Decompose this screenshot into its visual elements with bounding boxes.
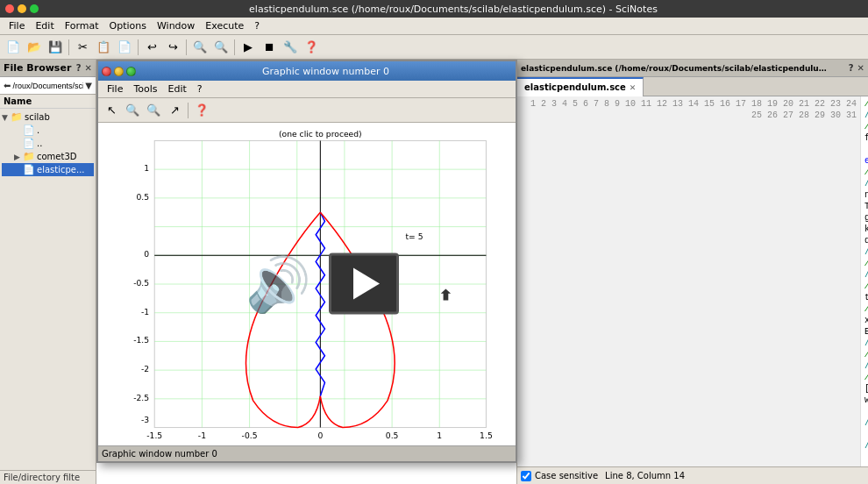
gw-menu-file[interactable]: File: [102, 82, 128, 96]
toolbar-undo[interactable]: ↩: [142, 38, 161, 57]
sciNotes-header: elasticpendulum.sce (/home/roux/Document…: [517, 60, 868, 77]
tree-item-dot[interactable]: 📄 .: [2, 124, 94, 137]
case-sensitive-checkbox[interactable]: [521, 471, 531, 481]
toolbar-sep3: [186, 39, 187, 55]
menu-format[interactable]: Format: [60, 19, 104, 32]
sciNotes-icon-question[interactable]: ?: [849, 63, 854, 73]
tree-item-dotdot[interactable]: 📄 ..: [2, 137, 94, 150]
plot-svg: 1 0.5 0 -0.5 -1 -1.5 -2 -2.5 -3 -1 -0.5 …: [98, 123, 516, 445]
toolbar-find[interactable]: 🔍: [190, 38, 210, 57]
tab-elasticpendulum[interactable]: elasticpendulum.sce ✕: [517, 77, 644, 96]
folder-icon: 📁: [11, 111, 23, 123]
center-area: Scilab 5.5.0 Console ? ✕ -->exec('/home/…: [96, 60, 517, 484]
svg-text:(one clic to proceed): (one clic to proceed): [279, 129, 362, 139]
svg-text:-1: -1: [198, 431, 206, 440]
svg-text:-3: -3: [141, 415, 149, 424]
menu-options[interactable]: Options: [104, 19, 152, 32]
status-bar: Case sensitive Line 8, Column 14: [517, 466, 868, 484]
svg-text:0: 0: [317, 431, 323, 440]
panel-icon-question[interactable]: ?: [76, 63, 82, 73]
gw-menu-help[interactable]: ?: [192, 82, 208, 96]
menu-execute[interactable]: Execute: [200, 19, 249, 32]
sciNotes-panel: elasticpendulum.sce (/home/roux/Document…: [517, 60, 868, 484]
path-bar: ⬅ ▼: [0, 77, 96, 95]
status-left: Case sensitive: [521, 471, 598, 481]
menu-file[interactable]: File: [4, 19, 30, 32]
panel-icon-close[interactable]: ✕: [85, 63, 92, 73]
file-icon-dot: 📄: [23, 125, 35, 136]
window-controls[interactable]: [5, 4, 39, 13]
code-area[interactable]: 1 2 3 4 5 6 7 8 9 10 11 12 13 14 15 16 1…: [517, 96, 868, 466]
close-button[interactable]: [5, 4, 14, 13]
minimize-button[interactable]: [18, 4, 26, 13]
gw-window-controls[interactable]: [102, 67, 136, 76]
sciNotes-icon-close[interactable]: ✕: [857, 63, 864, 73]
tab-bar: elasticpendulum.sce ✕: [517, 77, 868, 96]
toolbar-open[interactable]: 📂: [25, 38, 44, 57]
sciNotes-header-icons: ? ✕: [849, 63, 864, 73]
gw-maximize-button[interactable]: [126, 67, 136, 76]
gw-tool-help[interactable]: ❓: [192, 101, 211, 120]
svg-text:-0.5: -0.5: [133, 278, 149, 288]
gw-sep1: [188, 103, 189, 118]
footer-text: File/directory filte: [4, 473, 80, 482]
tree-label-dot: .: [37, 125, 39, 135]
svg-text:-1.5: -1.5: [133, 335, 149, 345]
case-sensitive-label: Case sensitive: [535, 471, 598, 480]
menu-window[interactable]: Window: [152, 19, 200, 32]
path-input[interactable]: [12, 82, 83, 90]
path-nav-up[interactable]: ⬅: [2, 80, 12, 91]
gw-subtitle-text: Graphic window number 0: [102, 449, 217, 459]
gw-content[interactable]: 1 0.5 0 -0.5 -1 -1.5 -2 -2.5 -3 -1 -0.5 …: [98, 123, 516, 445]
tree-arrow-comet3d: ▶: [14, 153, 21, 161]
toolbar-paste[interactable]: 📄: [115, 38, 134, 57]
svg-text:0: 0: [144, 249, 149, 259]
tree-item-scilab[interactable]: ▼ 📁 scilab: [2, 110, 94, 124]
gw-tool-search[interactable]: 🔍: [123, 101, 142, 120]
tree-label-comet3d: comet3D: [37, 152, 77, 161]
maximize-button[interactable]: [30, 4, 39, 13]
gw-title-bar: Graphic window number 0: [98, 61, 516, 81]
code-content: // animation of a spring pendulum //****…: [861, 96, 868, 466]
menu-edit[interactable]: Edit: [30, 19, 59, 32]
main-layout: File Browser ? ✕ ⬅ ▼ Name ▼ 📁 scilab 📄 .: [0, 60, 868, 484]
tree-arrow-scilab: ▼: [2, 113, 9, 122]
path-nav-dropdown[interactable]: ▼: [83, 80, 94, 91]
toolbar-sep1: [68, 39, 69, 55]
panel-header-icons: ? ✕: [76, 63, 92, 73]
gw-tool-zoom-in[interactable]: 🔍: [144, 101, 163, 120]
svg-text:1: 1: [144, 163, 149, 173]
gw-menu-edit[interactable]: Edit: [163, 82, 192, 96]
gw-menu-bar: File Tools Edit ?: [98, 81, 516, 98]
tree-item-elasticpe[interactable]: 📄 elasticpe...: [2, 163, 94, 176]
svg-text:0.5: 0.5: [136, 192, 149, 202]
tree-label-dotdot: ..: [37, 139, 42, 148]
gw-close-button[interactable]: [102, 67, 111, 76]
menu-help[interactable]: ?: [249, 19, 265, 32]
toolbar-help[interactable]: ❓: [302, 38, 321, 57]
tree-item-comet3d[interactable]: ▶ 📁 comet3D: [2, 150, 94, 163]
gw-tool-3d[interactable]: ↗: [165, 101, 184, 120]
toolbar-stop[interactable]: ⏹: [260, 38, 279, 57]
file-browser-header: File Browser ? ✕: [0, 60, 96, 77]
toolbar-new[interactable]: 📄: [4, 38, 23, 57]
toolbar-run[interactable]: ▶: [238, 38, 258, 57]
file-browser-footer: File/directory filte: [0, 470, 96, 484]
title-bar: elasticpendulum.sce (/home/roux/Document…: [0, 0, 868, 18]
tab-close-icon[interactable]: ✕: [630, 83, 637, 92]
svg-text:0.5: 0.5: [386, 431, 399, 440]
toolbar-redo[interactable]: ↪: [163, 38, 182, 57]
toolbar-save[interactable]: 💾: [46, 38, 65, 57]
file-browser-panel: File Browser ? ✕ ⬅ ▼ Name ▼ 📁 scilab 📄 .: [0, 60, 96, 484]
menu-bar: File Edit Format Options Window Execute …: [0, 18, 868, 35]
gw-minimize-button[interactable]: [114, 67, 124, 76]
gw-tool-pointer[interactable]: ↖: [102, 101, 121, 120]
toolbar-sep2: [138, 39, 139, 55]
gw-menu-tools[interactable]: Tools: [128, 82, 162, 96]
toolbar-copy[interactable]: 📋: [94, 38, 113, 57]
tree-label-elasticpe: elasticpe...: [37, 165, 85, 174]
toolbar: 📄 📂 💾 ✂ 📋 📄 ↩ ↪ 🔍 🔍 ▶ ⏹ 🔧 ❓: [0, 35, 868, 60]
toolbar-settings[interactable]: 🔧: [281, 38, 300, 57]
toolbar-cut[interactable]: ✂: [73, 38, 92, 57]
toolbar-findnext[interactable]: 🔍: [211, 38, 231, 57]
